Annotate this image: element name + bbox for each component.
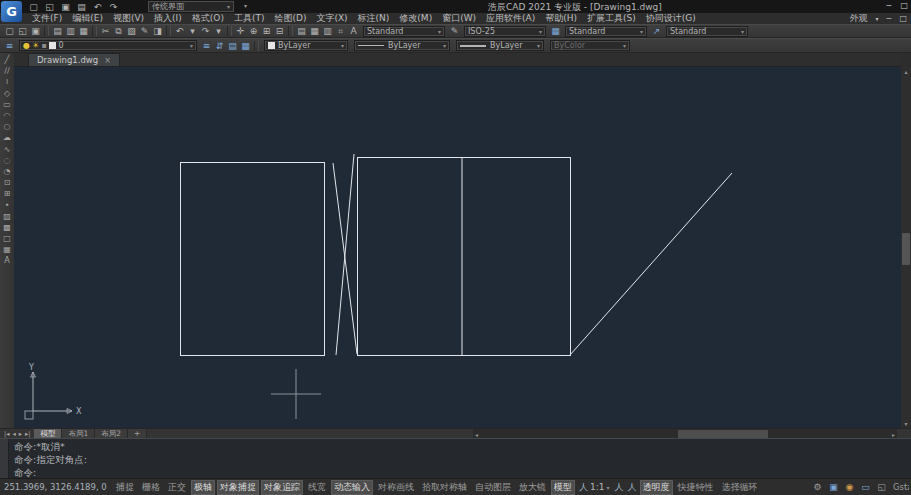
annotation-visibility-icon[interactable]: 人 bbox=[615, 481, 624, 494]
toggle-magnifier[interactable]: 放大镜 bbox=[516, 480, 549, 495]
coordinates-readout[interactable]: 251.3969, 3126.4189, 0 bbox=[0, 482, 112, 492]
vertical-scroll-thumb[interactable] bbox=[902, 233, 910, 265]
toggle-lineweight[interactable]: 线宽 bbox=[305, 480, 329, 495]
tab-layout2[interactable]: 布局2 bbox=[95, 429, 128, 439]
clean-screen-icon[interactable]: ▭ bbox=[860, 481, 871, 493]
toggle-grid[interactable]: 栅格 bbox=[139, 480, 163, 495]
drawing-canvas[interactable]: YX bbox=[14, 67, 901, 428]
toggle-snap[interactable]: 捕捉 bbox=[113, 480, 137, 495]
drawing-geometry: YX bbox=[0, 0, 911, 495]
command-history: 命令:*取消*命令:指定对角点:命令: bbox=[14, 440, 911, 479]
status-toggles-2: 透明度快捷特性选择循环 bbox=[639, 480, 762, 495]
horizontal-scroll-thumb[interactable] bbox=[678, 430, 768, 438]
status-right-icons: ⚙▣◉▭◱ bbox=[812, 481, 887, 493]
toggle-model-space[interactable]: 模型 bbox=[551, 480, 575, 495]
toggle-osnap[interactable]: 对象捕捉 bbox=[217, 480, 259, 495]
status-toggles: 捕捉栅格正交极轴对象捕捉对象追踪线宽动态输入对称画线拾取对称轴自动图层放大镜模型 bbox=[112, 480, 576, 495]
isolate-objects-icon[interactable]: ◉ bbox=[844, 481, 855, 493]
command-window-handle[interactable] bbox=[0, 439, 9, 479]
fullscreen-icon[interactable]: ◱ bbox=[876, 481, 887, 493]
layout-nav: |◂◂▸▸| bbox=[0, 430, 34, 438]
tab-layout1[interactable]: 布局1 bbox=[62, 429, 95, 439]
toggle-polar[interactable]: 极轴 bbox=[191, 480, 215, 495]
first-tab-button[interactable]: |◂ bbox=[4, 430, 9, 438]
vertical-scrollbar[interactable]: ▴ ▾ bbox=[901, 67, 911, 428]
prev-tab-button[interactable]: ◂ bbox=[12, 430, 15, 438]
toggle-otrack[interactable]: 对象追踪 bbox=[261, 480, 303, 495]
toggle-auto-layer[interactable]: 自动图层 bbox=[472, 480, 514, 495]
settings-gear-icon[interactable]: ⚙ bbox=[812, 481, 823, 493]
command-line[interactable]: 命令:*取消* bbox=[14, 440, 911, 453]
svg-text:Y: Y bbox=[28, 363, 34, 372]
auto-annotation-icon[interactable]: 人 bbox=[628, 481, 637, 494]
layout-bar: |◂◂▸▸| 模型布局1布局2+ ◂ ▸ bbox=[0, 428, 911, 438]
app-logo[interactable]: G bbox=[1, 1, 22, 22]
command-window[interactable]: 命令:*取消*命令:指定对角点:命令: bbox=[0, 438, 911, 478]
command-line[interactable]: 命令:指定对角点: bbox=[14, 453, 911, 466]
scroll-right-icon[interactable]: ▸ bbox=[892, 431, 895, 438]
svg-text:X: X bbox=[76, 407, 82, 416]
annotation-scale-value: 1:1 bbox=[590, 482, 604, 492]
tab-new-layout[interactable]: + bbox=[128, 429, 147, 439]
annotation-scale-dropdown[interactable]: 人 1:1 ▾ bbox=[579, 481, 610, 494]
toggle-quick-properties[interactable]: 快捷特性 bbox=[675, 480, 717, 495]
toggle-ortho[interactable]: 正交 bbox=[165, 480, 189, 495]
layout-tab-list: 模型布局1布局2+ bbox=[34, 429, 147, 439]
toggle-dynamic-input[interactable]: 动态输入 bbox=[331, 480, 373, 495]
status-bar-right: ⚙▣◉▭◱ Gsta bbox=[812, 481, 911, 493]
workspace-switch-icon[interactable]: ▣ bbox=[828, 481, 839, 493]
status-bar: 251.3969, 3126.4189, 0 捕捉栅格正交极轴对象捕捉对象追踪线… bbox=[0, 478, 911, 495]
scroll-up-icon[interactable]: ▴ bbox=[904, 68, 907, 75]
toggle-selection-cycling[interactable]: 选择循环 bbox=[719, 480, 761, 495]
next-tab-button[interactable]: ▸ bbox=[19, 430, 22, 438]
annotation-scale-icon: 人 bbox=[579, 481, 588, 494]
application-window: G ▢◱▣▤↶↷ 传统界面 ▾ ▾ 浩辰CAD 2021 专业版 - [Draw… bbox=[0, 0, 911, 495]
toggle-transparency[interactable]: 透明度 bbox=[640, 480, 673, 495]
annotation-icons: 人人 bbox=[613, 481, 639, 494]
toggle-symmetric-draw[interactable]: 对称画线 bbox=[375, 480, 417, 495]
scroll-down-icon[interactable]: ▾ bbox=[904, 420, 907, 427]
gstar-account-label[interactable]: Gsta bbox=[893, 482, 909, 492]
toggle-pick-symmetry-axis[interactable]: 拾取对称轴 bbox=[419, 480, 470, 495]
last-tab-button[interactable]: ▸| bbox=[25, 430, 30, 438]
tab-model[interactable]: 模型 bbox=[34, 429, 62, 439]
scroll-left-icon[interactable]: ◂ bbox=[475, 431, 478, 438]
chevron-down-icon: ▾ bbox=[606, 484, 609, 491]
